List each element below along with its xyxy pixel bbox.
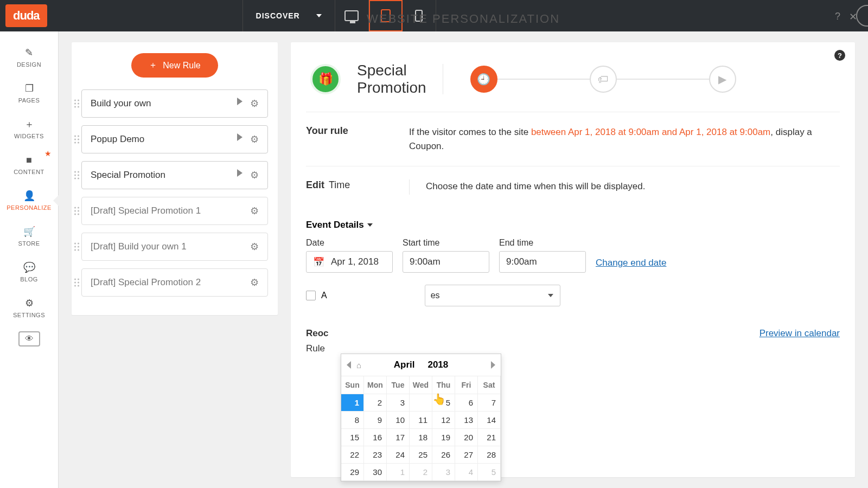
calendar-day[interactable]: 13 bbox=[455, 412, 478, 429]
preview-calendar-link[interactable]: Preview in calendar bbox=[760, 328, 840, 339]
drag-handle[interactable] bbox=[74, 171, 79, 179]
change-end-date-link[interactable]: Change end date bbox=[596, 258, 666, 273]
nav-store[interactable]: 🛒STORE bbox=[0, 219, 58, 254]
new-rule-button[interactable]: ＋ New Rule bbox=[131, 53, 218, 78]
rule-item[interactable]: Special Promotion⚙ bbox=[81, 161, 268, 189]
timezone-select[interactable]: es bbox=[425, 285, 560, 306]
calendar-day[interactable]: 28 bbox=[478, 446, 501, 464]
calendar-day[interactable]: 17 bbox=[387, 429, 410, 446]
nav-settings[interactable]: ⚙SETTINGS bbox=[0, 290, 58, 326]
nav-pages[interactable]: ❐PAGES bbox=[0, 75, 58, 111]
close-icon[interactable]: ✕ bbox=[849, 11, 857, 23]
next-month-button[interactable] bbox=[491, 361, 495, 369]
logo[interactable]: duda bbox=[5, 4, 47, 27]
nav-blog[interactable]: 💬BLOG bbox=[0, 254, 58, 290]
start-time-input[interactable]: 9:00am bbox=[403, 251, 489, 273]
calendar-day[interactable]: 22 bbox=[341, 446, 364, 464]
rule-item[interactable]: Popup Demo⚙ bbox=[81, 125, 268, 153]
drag-handle[interactable] bbox=[74, 207, 79, 215]
calendar-day[interactable]: 29 bbox=[341, 464, 364, 481]
nav-design[interactable]: ✎DESIGN bbox=[0, 40, 58, 75]
calendar-day[interactable]: 23 bbox=[364, 446, 387, 464]
prev-month-button[interactable] bbox=[347, 361, 351, 369]
gear-icon[interactable]: ⚙ bbox=[250, 241, 259, 253]
calendar-day[interactable]: 20 bbox=[455, 429, 478, 446]
date-input[interactable]: 📅 Apr 1, 2018 bbox=[306, 251, 393, 273]
play-icon[interactable] bbox=[237, 169, 242, 177]
calendar-day[interactable]: 24 bbox=[387, 446, 410, 464]
calendar-day[interactable] bbox=[410, 394, 432, 412]
step-1-time[interactable]: 🕘 bbox=[470, 66, 497, 93]
calendar-day[interactable]: 6 bbox=[455, 394, 478, 412]
calendar-dow: Tue bbox=[387, 376, 410, 394]
nav-widgets[interactable]: ＋WIDGETS bbox=[0, 111, 58, 147]
step-3-play[interactable]: ▶ bbox=[709, 66, 736, 93]
calendar-day[interactable]: 25 bbox=[410, 446, 432, 464]
rule-label: [Draft] Build your own 1 bbox=[91, 241, 187, 252]
gear-icon[interactable]: ⚙ bbox=[250, 98, 259, 110]
calendar-day[interactable]: 5 bbox=[432, 394, 455, 412]
calendar-day[interactable]: 7 bbox=[478, 394, 501, 412]
event-details-toggle[interactable]: Event Details bbox=[306, 220, 840, 230]
plus-icon: ＋ bbox=[149, 60, 157, 71]
step-2-tag[interactable]: 🏷 bbox=[590, 66, 617, 93]
calendar-day[interactable]: 2 bbox=[410, 464, 432, 481]
calendar-year[interactable]: 2018 bbox=[427, 359, 448, 370]
calendar-day[interactable]: 30 bbox=[364, 464, 387, 481]
rule-label: [Draft] Special Promotion 1 bbox=[91, 206, 201, 216]
play-icon[interactable] bbox=[237, 98, 242, 105]
calendar-day[interactable]: 18 bbox=[410, 429, 432, 446]
calendar-month[interactable]: April bbox=[394, 359, 415, 370]
profile-circle[interactable] bbox=[856, 5, 868, 27]
nav-content[interactable]: ★■CONTENT bbox=[0, 147, 58, 183]
calendar-day[interactable]: 2 bbox=[364, 394, 387, 412]
calendar-day[interactable]: 14 bbox=[478, 412, 501, 429]
content-area: WEBSITE PERSONALIZATION ? ✕ ＋ New Rule B… bbox=[59, 31, 868, 488]
clock-icon: 🕘 bbox=[477, 73, 490, 86]
calendar-day[interactable]: 10 bbox=[387, 412, 410, 429]
rule-item[interactable]: Build your own⚙ bbox=[81, 89, 268, 118]
calendar-day[interactable]: 5 bbox=[478, 464, 501, 481]
help-icon[interactable]: ? bbox=[834, 50, 845, 61]
calendar-day[interactable]: 11 bbox=[410, 412, 432, 429]
calendar-day[interactable]: 15 bbox=[341, 429, 364, 446]
person-icon: 👤 bbox=[24, 190, 35, 201]
end-time-input[interactable]: 9:00am bbox=[499, 251, 586, 273]
calendar-day[interactable]: 3 bbox=[432, 464, 455, 481]
calendar-day[interactable]: 26 bbox=[432, 446, 455, 464]
gear-icon[interactable]: ⚙ bbox=[250, 169, 259, 181]
rule-item[interactable]: [Draft] Special Promotion 2⚙ bbox=[81, 268, 268, 297]
drag-handle[interactable] bbox=[74, 243, 79, 251]
calendar-day[interactable]: 8 bbox=[341, 412, 364, 429]
calendar-day[interactable]: 1 bbox=[341, 394, 364, 412]
rule-item[interactable]: [Draft] Build your own 1⚙ bbox=[81, 233, 268, 261]
page-title: WEBSITE PERSONALIZATION bbox=[72, 12, 855, 26]
calendar-day[interactable]: 19 bbox=[432, 429, 455, 446]
calendar-day[interactable]: 21 bbox=[478, 429, 501, 446]
help-icon[interactable]: ? bbox=[835, 11, 840, 23]
rule-label: Popup Demo bbox=[91, 134, 144, 145]
calendar-dow: Sun bbox=[341, 376, 364, 394]
edit-time-label: EditTime bbox=[306, 179, 409, 195]
calendar-day[interactable]: 12 bbox=[432, 412, 455, 429]
today-button[interactable]: ⌂ bbox=[356, 361, 361, 370]
calendar-day[interactable]: 27 bbox=[455, 446, 478, 464]
your-rule-label: Your rule bbox=[306, 125, 409, 153]
calendar-day[interactable]: 4 bbox=[455, 464, 478, 481]
calendar-day[interactable]: 9 bbox=[364, 412, 387, 429]
play-icon[interactable] bbox=[237, 133, 242, 141]
nav-personalize[interactable]: 👤PERSONALIZE bbox=[0, 183, 58, 219]
calendar-day[interactable]: 16 bbox=[364, 429, 387, 446]
drag-handle[interactable] bbox=[74, 100, 79, 108]
gear-icon[interactable]: ⚙ bbox=[250, 277, 259, 288]
promotion-badge: 🎁 bbox=[310, 64, 341, 94]
gear-icon[interactable]: ⚙ bbox=[250, 133, 259, 145]
all-day-checkbox[interactable] bbox=[306, 291, 316, 300]
preview-toggle[interactable]: 👁 bbox=[18, 331, 40, 346]
drag-handle[interactable] bbox=[74, 136, 79, 144]
drag-handle[interactable] bbox=[74, 279, 79, 287]
calendar-day[interactable]: 1 bbox=[387, 464, 410, 481]
gear-icon[interactable]: ⚙ bbox=[250, 205, 259, 217]
rule-item[interactable]: [Draft] Special Promotion 1⚙ bbox=[81, 197, 268, 225]
calendar-day[interactable]: 3 bbox=[387, 394, 410, 412]
